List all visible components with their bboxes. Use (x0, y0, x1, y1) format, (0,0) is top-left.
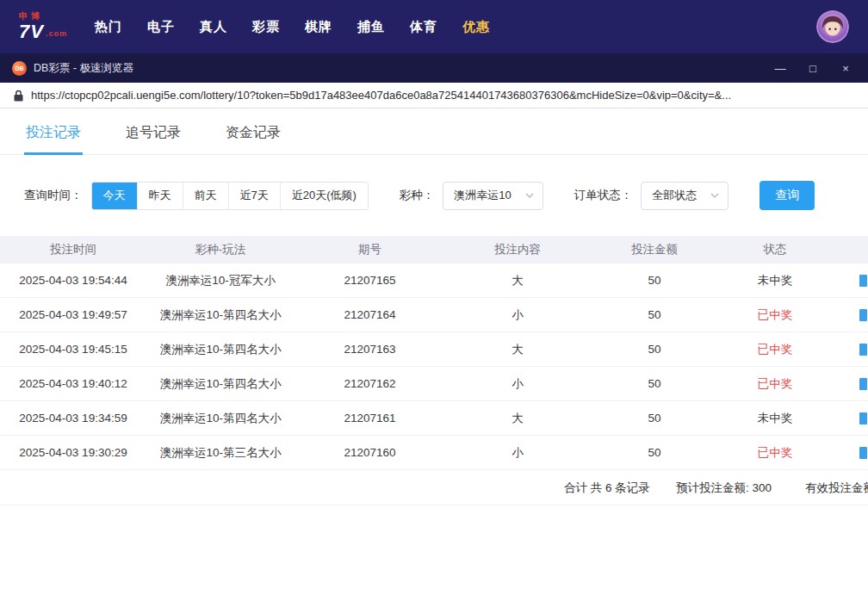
nav-item-hot[interactable]: 热门 (95, 19, 122, 35)
cell-bet-time: 2025-04-03 19:45:15 (0, 343, 146, 356)
header-content: 投注内容 (445, 242, 590, 257)
clipped-action-link[interactable] (859, 309, 867, 321)
chevron-down-icon (525, 193, 534, 198)
filter-bar: 查询时间： 今天 昨天 前天 近7天 近20天(低频) 彩种： 澳洲幸运10 订… (0, 181, 868, 210)
clipped-action-link[interactable] (859, 344, 867, 356)
lottery-type-label: 彩种： (400, 188, 435, 203)
cell-issue: 21207165 (294, 274, 445, 287)
order-status-value: 全部状态 (652, 188, 697, 203)
cell-issue: 21207163 (294, 343, 445, 356)
header-play-type: 彩种-玩法 (146, 242, 294, 257)
maximize-button[interactable]: □ (803, 59, 823, 77)
cell-bet-time: 2025-04-03 19:54:44 (0, 274, 146, 287)
clipped-action-link[interactable] (859, 275, 867, 287)
table-row: 2025-04-03 19:30:29 澳洲幸运10-第三名大小 2120716… (0, 436, 868, 470)
browser-titlebar: DB DB彩票 - 极速浏览器 — □ × (0, 53, 868, 83)
cell-issue: 21207160 (294, 446, 445, 459)
window-controls: — □ × (770, 59, 856, 77)
order-status-select[interactable]: 全部状态 (641, 182, 728, 210)
cell-content: 小 (445, 307, 590, 323)
app-icon: DB (12, 61, 27, 76)
logo-brand-suffix: .com (46, 29, 67, 38)
nav-item-live[interactable]: 真人 (200, 19, 227, 35)
cell-bet-time: 2025-04-03 19:49:57 (0, 308, 146, 321)
header-amount: 投注金额 (590, 242, 719, 257)
cell-play-type: 澳洲幸运10-第四名大小 (146, 307, 294, 323)
clipped-action-link[interactable] (859, 412, 867, 425)
nav-item-egames[interactable]: 电子 (147, 19, 175, 35)
time-range-segmented: 今天 昨天 前天 近7天 近20天(低频) (91, 182, 369, 210)
cell-content: 小 (445, 376, 590, 392)
chevron-down-icon (710, 193, 719, 198)
user-avatar[interactable] (816, 10, 849, 43)
time-option-20days[interactable]: 近20天(低频) (280, 183, 368, 209)
nav-item-promotions[interactable]: 优惠 (462, 19, 490, 35)
summary-valid-amount: 有效投注金额: 300 (805, 470, 868, 505)
cell-amount: 50 (590, 308, 719, 321)
query-time-label: 查询时间： (24, 188, 83, 203)
url-text[interactable]: https://ctopcp02pcali.uengi5e.com/lotter… (31, 89, 731, 102)
header-status: 状态 (719, 242, 831, 257)
cell-status: 未中奖 (719, 411, 831, 426)
cell-issue: 21207164 (294, 308, 445, 321)
cell-status: 已中奖 (719, 445, 831, 461)
cell-content: 大 (445, 342, 590, 357)
cell-amount: 50 (590, 446, 719, 459)
cell-content: 大 (445, 273, 590, 288)
clipped-action-link[interactable] (859, 447, 867, 459)
tab-chase-records[interactable]: 追号记录 (124, 119, 183, 154)
clipped-action-link[interactable] (859, 378, 867, 390)
lottery-type-select[interactable]: 澳洲幸运10 (443, 182, 542, 210)
nav-item-chess[interactable]: 棋牌 (305, 19, 332, 35)
cell-play-type: 澳洲幸运10-第三名大小 (146, 445, 294, 461)
cell-amount: 50 (590, 274, 719, 287)
cell-play-type: 澳洲幸运10-冠军大小 (146, 273, 294, 288)
logo-brand-main: 7V.com (19, 22, 81, 41)
time-option-yesterday[interactable]: 昨天 (137, 183, 183, 209)
query-button[interactable]: 查询 (760, 181, 815, 210)
table-row: 2025-04-03 19:49:57 澳洲幸运10-第四名大小 2120716… (0, 298, 868, 332)
cell-status: 已中奖 (719, 307, 831, 323)
cell-play-type: 澳洲幸运10-第四名大小 (146, 376, 294, 392)
summary-expected-amount: 预计投注金额: 300 (676, 470, 772, 505)
cell-amount: 50 (590, 412, 719, 425)
time-option-today[interactable]: 今天 (92, 183, 137, 209)
table-row: 2025-04-03 19:34:59 澳洲幸运10-第四名大小 2120716… (0, 401, 868, 436)
cell-status: 已中奖 (719, 376, 831, 392)
time-option-daybefore[interactable]: 前天 (183, 183, 228, 209)
cell-bet-time: 2025-04-03 19:40:12 (0, 377, 146, 390)
table-row: 2025-04-03 19:54:44 澳洲幸运10-冠军大小 21207165… (0, 263, 868, 298)
cell-status: 未中奖 (719, 273, 831, 288)
lottery-type-value: 澳洲幸运10 (454, 188, 511, 203)
table-header-row: 投注时间 彩种-玩法 期号 投注内容 投注金额 状态 (0, 236, 868, 263)
site-logo[interactable]: 申博 7V.com (19, 12, 81, 41)
order-status-label: 订单状态： (574, 188, 633, 203)
logo-brand-top: 申博 (19, 12, 81, 21)
site-topnav: 申博 7V.com 热门 电子 真人 彩票 棋牌 捕鱼 体育 优惠 (0, 0, 868, 53)
close-button[interactable]: × (835, 59, 856, 77)
nav-item-lottery[interactable]: 彩票 (252, 19, 280, 35)
cell-play-type: 澳洲幸运10-第四名大小 (146, 411, 294, 426)
window-title: DB彩票 - 极速浏览器 (34, 61, 133, 76)
tab-fund-records[interactable]: 资金记录 (224, 119, 282, 154)
header-issue: 期号 (294, 242, 445, 257)
url-bar[interactable]: https://ctopcp02pcali.uengi5e.com/lotter… (0, 83, 868, 108)
cell-amount: 50 (590, 377, 719, 390)
main-menu: 热门 电子 真人 彩票 棋牌 捕鱼 体育 优惠 (95, 19, 490, 35)
nav-item-fishing[interactable]: 捕鱼 (357, 19, 385, 35)
cell-issue: 21207161 (294, 412, 445, 425)
table-row: 2025-04-03 19:40:12 澳洲幸运10-第四名大小 2120716… (0, 367, 868, 401)
cell-play-type: 澳洲幸运10-第四名大小 (146, 342, 294, 357)
tab-bet-records[interactable]: 投注记录 (24, 119, 83, 154)
table-summary-row: 合计 共 6 条记录 预计投注金额: 300 有效投注金额: 300 (0, 470, 868, 505)
time-option-7days[interactable]: 近7天 (228, 183, 280, 209)
nav-item-sports[interactable]: 体育 (410, 19, 437, 35)
minimize-button[interactable]: — (770, 59, 790, 77)
cell-issue: 21207162 (294, 377, 445, 390)
table-row: 2025-04-03 19:45:15 澳洲幸运10-第四名大小 2120716… (0, 332, 868, 367)
avatar-image (816, 10, 849, 43)
cell-content: 小 (445, 445, 590, 461)
header-bet-time: 投注时间 (0, 242, 146, 257)
cell-content: 大 (445, 411, 590, 426)
cell-amount: 50 (590, 343, 719, 356)
